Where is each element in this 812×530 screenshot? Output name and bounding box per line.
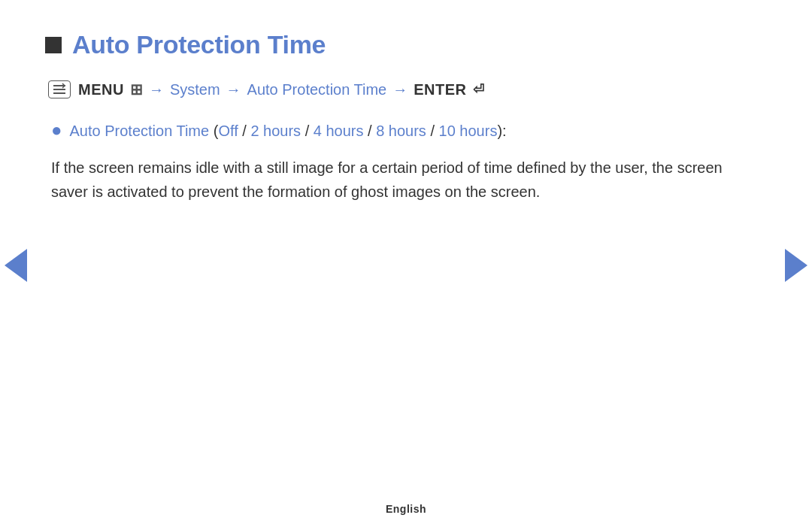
breadcrumb-menu-label: MENU: [78, 81, 124, 98]
option-4h: 4 hours: [314, 123, 364, 139]
option-8h: 8 hours: [376, 123, 426, 139]
enter-icon: ⏎: [473, 81, 484, 98]
page-title: Auto Protection Time: [72, 30, 326, 59]
nav-next-button[interactable]: [780, 243, 812, 288]
breadcrumb-arrow-3: →: [392, 81, 408, 98]
bullet-options-suffix: ):: [497, 123, 506, 139]
breadcrumb-item: Auto Protection Time: [247, 81, 387, 98]
breadcrumb-arrow-1: →: [149, 81, 164, 98]
sep1: /: [238, 123, 251, 139]
footer-language-label: English: [386, 503, 426, 515]
bullet-feature-label: Auto Protection Time: [70, 123, 210, 139]
sep2: /: [301, 123, 314, 139]
option-off: Off: [218, 123, 238, 139]
breadcrumb-enter-label: ENTER: [414, 81, 466, 98]
bullet-dot: ●: [51, 121, 62, 139]
breadcrumb: MENU ⊞ → System → Auto Protection Time →…: [45, 80, 752, 98]
svg-rect-2: [53, 92, 65, 94]
bullet-section: ● Auto Protection Time (Off / 2 hours / …: [45, 120, 752, 142]
bullet-content: Auto Protection Time (Off / 2 hours / 4 …: [70, 120, 507, 142]
sep3: /: [363, 123, 376, 139]
title-square-icon: [45, 37, 62, 53]
right-arrow-icon: [785, 249, 807, 282]
svg-rect-1: [53, 89, 65, 90]
option-10h: 10 hours: [439, 123, 498, 139]
breadcrumb-arrow-2: →: [226, 81, 241, 98]
menu-icon: [48, 80, 71, 98]
description-text: If the screen remains idle with a still …: [45, 156, 737, 204]
nav-previous-button[interactable]: [0, 243, 32, 288]
sep4: /: [426, 123, 439, 139]
option-2h: 2 hours: [250, 123, 301, 139]
left-arrow-icon: [5, 249, 27, 282]
breadcrumb-system: System: [170, 81, 220, 98]
